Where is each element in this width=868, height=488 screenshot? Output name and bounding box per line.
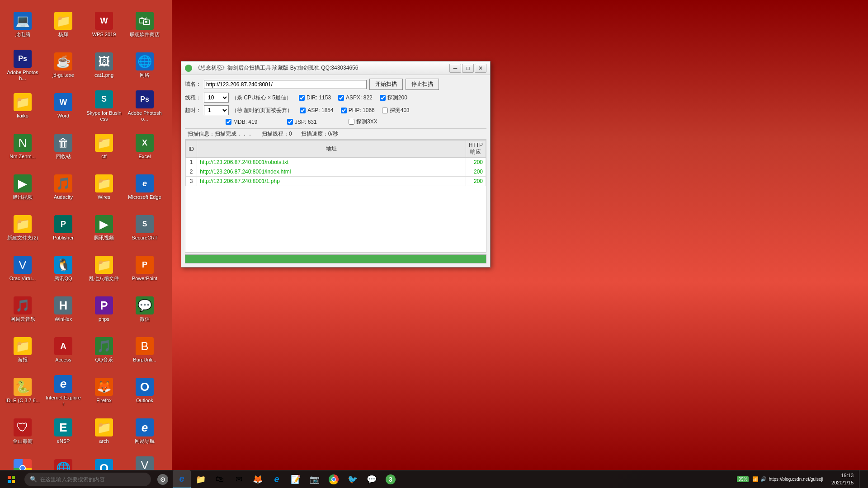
- my-computer-icon: 💻: [14, 12, 32, 30]
- taskbar-edge[interactable]: e: [268, 470, 286, 488]
- mdb-checkbox[interactable]: [226, 119, 231, 125]
- taskbar-ie[interactable]: e: [173, 470, 191, 488]
- taskbar-scan[interactable]: 📷: [306, 470, 324, 488]
- icon-wyy[interactable]: 🎵 网易云音乐: [2, 289, 43, 330]
- icon-vmware[interactable]: V VMware Workstati...: [124, 452, 165, 470]
- minimize-button[interactable]: ─: [449, 64, 461, 73]
- icon-oracle-virt[interactable]: V Orac Virtu...: [2, 249, 43, 289]
- icon-firefox[interactable]: 🦊 Firefox: [84, 371, 124, 411]
- adobe-ps2-label: Adobe Photosho...: [127, 110, 163, 122]
- probe403-checkbox[interactable]: [382, 108, 388, 113]
- stop-scan-button[interactable]: 停止扫描: [406, 79, 439, 90]
- dir-checkbox[interactable]: [299, 95, 305, 101]
- taskbar-wechat[interactable]: 💬: [363, 470, 381, 488]
- icon-outlook[interactable]: O Outlook: [124, 371, 165, 411]
- php-checkbox[interactable]: [341, 108, 347, 113]
- table-row[interactable]: 3 http://123.206.87.240:8001/1.php 200: [186, 177, 486, 186]
- icon-windows-nav[interactable]: e 网易导航: [124, 411, 165, 452]
- maximize-button[interactable]: □: [462, 64, 474, 73]
- taskbar-chrome[interactable]: [325, 470, 343, 488]
- probe200-checkbox[interactable]: [380, 95, 386, 101]
- desktop: 💻 此电脑 📁 杨辉 W WPS 2019 🛍 联想软件商店 Ps Adobe …: [0, 0, 868, 488]
- icon-jinshanmeng[interactable]: 🛡 金山毒霸: [2, 411, 43, 452]
- icon-word[interactable]: W Word: [43, 86, 84, 127]
- icon-ensp[interactable]: E eNSP: [43, 411, 84, 452]
- icon-yang-hui[interactable]: 📁 杨辉: [43, 5, 84, 45]
- icon-haibao[interactable]: 📁 海报: [2, 330, 43, 371]
- icon-tencent-video[interactable]: ▶ 腾讯视频: [2, 167, 43, 208]
- icon-wps2019[interactable]: W WPS 2019: [84, 5, 124, 45]
- asp-checkbox[interactable]: [300, 108, 306, 113]
- icon-ctf[interactable]: 📁 ctf: [84, 127, 124, 167]
- meitu-icon: 🌐: [54, 459, 72, 470]
- start-scan-button[interactable]: 开始扫描: [369, 79, 403, 90]
- icon-cat1-png[interactable]: 🖼 cat1.png: [84, 45, 124, 86]
- icon-meitu[interactable]: 🌐 毒霸网址大全: [43, 452, 84, 470]
- icon-wires[interactable]: 📁 Wires: [84, 167, 124, 208]
- network-icon: 🌐: [136, 52, 154, 70]
- probe3xx-checkbox[interactable]: [349, 119, 354, 125]
- taskbar-360[interactable]: 3: [382, 470, 400, 488]
- icon-jd-gui[interactable]: ☕ jd-gui.exe: [43, 45, 84, 86]
- haibao-icon: 📁: [14, 337, 32, 355]
- php-checkbox-row: PHP: 1066: [341, 107, 375, 113]
- icon-idle[interactable]: 🐍 IDLE (C 3.7 6...: [2, 371, 43, 411]
- icon-excel[interactable]: X Excel: [124, 127, 165, 167]
- icon-tencent-video2[interactable]: ▶ 腾讯视频: [84, 208, 124, 249]
- icon-ms-edge[interactable]: e Microsoft Edge: [124, 167, 165, 208]
- icon-arch[interactable]: 📁 arch: [84, 411, 124, 452]
- taskbar-search-bar[interactable]: 🔍: [24, 473, 151, 486]
- timeout-select[interactable]: 1: [204, 105, 229, 115]
- icon-google-chrome[interactable]: Google Chrome: [2, 452, 43, 470]
- icon-php-study[interactable]: P phps: [84, 289, 124, 330]
- taskbar-notepad[interactable]: 📝: [287, 470, 305, 488]
- icon-skype[interactable]: S Skype for Business: [84, 86, 124, 127]
- table-row[interactable]: 1 http://123.206.87.240:8001/robots.txt …: [186, 158, 486, 167]
- icon-new-folder2[interactable]: 📁 新建文件夹(2): [2, 208, 43, 249]
- icon-weixin[interactable]: 💬 微信: [124, 289, 165, 330]
- icon-securecrt[interactable]: S SecureCRT: [124, 208, 165, 249]
- icon-ie[interactable]: e Internet Explorer: [43, 371, 84, 411]
- domain-input[interactable]: [204, 80, 367, 89]
- luanqi-label: 乱七八糟文件: [89, 276, 119, 282]
- icon-jd-software[interactable]: 🛍 联想软件商店: [124, 5, 165, 45]
- icon-audacity[interactable]: 🎵 Audacity: [43, 167, 84, 208]
- thread-select[interactable]: 10: [204, 93, 229, 103]
- start-button[interactable]: [0, 470, 23, 488]
- idle-icon: 🐍: [14, 378, 32, 396]
- icon-qqmusic[interactable]: 🎵 QQ音乐: [84, 330, 124, 371]
- icon-luanqi[interactable]: 📁 乱七八糟文件: [84, 249, 124, 289]
- jinshanmeng-label: 金山毒霸: [13, 438, 33, 444]
- aspx-checkbox[interactable]: [338, 95, 344, 101]
- icon-network[interactable]: 🌐 网络: [124, 45, 165, 86]
- tencent-video-label: 腾讯视频: [13, 194, 33, 200]
- icon-kaiko[interactable]: 📁 kaiko: [2, 86, 43, 127]
- audacity-label: Audacity: [54, 194, 73, 200]
- icon-access[interactable]: A Access: [43, 330, 84, 371]
- taskbar-firefox[interactable]: 🦊: [249, 470, 267, 488]
- results-table-wrapper[interactable]: ID 地址 HTTP响应 1 http://123.206.87.240:800…: [185, 140, 486, 253]
- icon-qq-browser[interactable]: Q QQ浏览器: [84, 452, 124, 470]
- taskbar-clock[interactable]: 19:13 2020/1/15: [828, 472, 857, 486]
- icon-publisher[interactable]: P Publisher: [43, 208, 84, 249]
- icon-adobe-ps[interactable]: Ps Adobe Photosh...: [2, 45, 43, 86]
- icon-nm-zenmap[interactable]: N Nm Zenm...: [2, 127, 43, 167]
- icon-qq[interactable]: 🐧 腾讯QQ: [43, 249, 84, 289]
- close-button[interactable]: ✕: [475, 64, 486, 73]
- table-row[interactable]: 2 http://123.206.87.240:8001/index.html …: [186, 167, 486, 177]
- taskbar-weibo[interactable]: 🐦: [344, 470, 362, 488]
- icon-winhex[interactable]: H WinHex: [43, 289, 84, 330]
- taskbar-store[interactable]: 🛍: [211, 470, 229, 488]
- taskbar-search-input[interactable]: [40, 476, 146, 483]
- taskbar-cortana[interactable]: ⊙: [154, 470, 172, 488]
- jsp-checkbox[interactable]: [287, 119, 293, 125]
- icon-recycle[interactable]: 🗑 回收站: [43, 127, 84, 167]
- taskbar-file-explorer[interactable]: 📁: [192, 470, 210, 488]
- window-titlebar[interactable]: 《想念初恋》御剑后台扫描工具 珍藏版 By:御剑孤独 QQ:343034656 …: [181, 61, 490, 75]
- icon-powerpoint[interactable]: P PowerPoint: [124, 249, 165, 289]
- icon-adobe-ps2[interactable]: Ps Adobe Photosho...: [124, 86, 165, 127]
- show-desktop-button[interactable]: [859, 470, 863, 488]
- icon-burp[interactable]: B BurpUnli...: [124, 330, 165, 371]
- taskbar-mail[interactable]: ✉: [230, 470, 248, 488]
- icon-my-computer[interactable]: 💻 此电脑: [2, 5, 43, 45]
